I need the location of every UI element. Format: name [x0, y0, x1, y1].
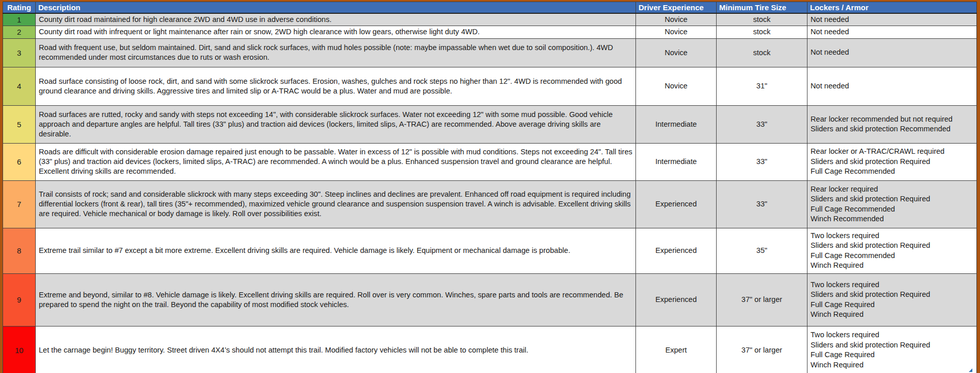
driver-experience-cell: Experienced	[636, 228, 717, 273]
lockers-armor-line: Sliders and skid protection Required	[811, 340, 973, 351]
rating-cell: 7	[3, 180, 36, 228]
lockers-armor-line: Sliders and skid protection Required	[811, 241, 973, 251]
lockers-armor-line: Two lockers required	[811, 231, 973, 241]
driver-experience-cell: Experienced	[636, 273, 717, 326]
description-cell: Roads are difficult with considerable er…	[36, 143, 636, 180]
driver-experience-cell: Novice	[636, 26, 717, 39]
rating-cell: 5	[3, 105, 36, 143]
rating-cell: 6	[3, 143, 36, 180]
trail-rating-table: Rating Description Driver Experience Min…	[3, 2, 977, 373]
driver-experience-cell: Expert	[636, 326, 717, 373]
rating-cell: 2	[3, 26, 36, 39]
table-row: 9Extreme and beyond, similar to #8. Vehi…	[3, 273, 977, 326]
tire-size-cell: stock	[717, 13, 807, 26]
rating-cell: 8	[3, 228, 36, 273]
driver-experience-cell: Experienced	[636, 180, 717, 228]
lockers-armor-line: Rear locker recommended but not required	[811, 114, 973, 125]
lockers-armor-line: Not needed	[811, 48, 973, 58]
table-row: 5Road surfaces are rutted, rocky and san…	[3, 105, 977, 143]
lockers-armor-cell: Rear locker or A-TRAC/CRAWL requiredSlid…	[807, 143, 977, 180]
driver-experience-cell: Intermediate	[636, 105, 717, 143]
header-lockers-armor: Lockers / Armor	[807, 2, 977, 13]
tire-size-cell: stock	[717, 38, 807, 67]
lockers-armor-line: Not needed	[811, 81, 973, 91]
cell-anchor-icon	[969, 368, 972, 372]
tire-size-cell: 33"	[717, 180, 807, 228]
lockers-armor-line: Winch Recommended	[811, 214, 973, 224]
lockers-armor-cell: Two lockers requiredSliders and skid pro…	[807, 273, 977, 326]
lockers-armor-cell: Not needed	[807, 38, 977, 67]
lockers-armor-line: Full Cage Required	[811, 350, 973, 360]
table-row: 1County dirt road maintained for high cl…	[3, 13, 977, 26]
lockers-armor-line: Winch Required	[811, 310, 973, 320]
driver-experience-cell: Novice	[636, 67, 717, 105]
tire-size-cell: 37" or larger	[717, 273, 807, 326]
description-cell: Extreme and beyond, similar to #8. Vehic…	[36, 273, 636, 326]
header-row: Rating Description Driver Experience Min…	[3, 2, 977, 13]
lockers-armor-cell: Two lockers requiredSliders and skid pro…	[807, 326, 977, 373]
lockers-armor-cell: Two lockers requiredSliders and skid pro…	[807, 228, 977, 273]
lockers-armor-line: Full Cage Recommended	[811, 167, 973, 177]
lockers-armor-line: Winch Required	[811, 261, 973, 271]
lockers-armor-line: Rear locker or A-TRAC/CRAWL required	[811, 147, 973, 157]
tire-size-cell: 33"	[717, 143, 807, 180]
rating-cell: 9	[3, 273, 36, 326]
driver-experience-cell: Novice	[636, 38, 717, 67]
lockers-armor-line: Full Cage Recommended	[811, 204, 973, 215]
lockers-armor-line: Full Cage Recommended	[811, 251, 973, 261]
description-cell: Road with frequent use, but seldom maint…	[36, 38, 636, 67]
header-driver-experience: Driver Experience	[636, 2, 717, 13]
header-rating: Rating	[3, 2, 36, 13]
lockers-armor-cell: Rear locker recommended but not required…	[807, 105, 977, 143]
description-cell: Road surfaces are rutted, rocky and sand…	[36, 105, 636, 143]
table-row: 8Extreme trail similar to #7 except a bi…	[3, 228, 977, 273]
rating-cell: 10	[3, 326, 36, 373]
lockers-armor-line: Rear locker required	[811, 184, 973, 195]
lockers-armor-cell: Not needed	[807, 13, 977, 26]
lockers-armor-cell: Not needed	[807, 26, 977, 39]
lockers-armor-line: Two lockers required	[811, 280, 973, 290]
table-row: 4Road surface consisting of loose rock, …	[3, 67, 977, 105]
tire-size-cell: 37" or larger	[717, 326, 807, 373]
lockers-armor-line: Not needed	[811, 15, 973, 25]
tire-size-cell: 31"	[717, 67, 807, 105]
lockers-armor-line: Winch Required	[811, 360, 973, 370]
table-header: Rating Description Driver Experience Min…	[3, 2, 977, 13]
lockers-armor-line: Sliders and skid protection Recommended	[811, 124, 973, 134]
lockers-armor-line: Two lockers required	[811, 330, 973, 340]
description-cell: County dirt road with infrequent or ligh…	[36, 26, 636, 39]
table-body: 1County dirt road maintained for high cl…	[3, 13, 977, 373]
description-cell: Trail consists of rock; sand and conside…	[36, 180, 636, 228]
table-row: 10Let the carnage begin! Buggy territory…	[3, 326, 977, 373]
rating-cell: 3	[3, 38, 36, 67]
lockers-armor-line: Not needed	[811, 27, 973, 37]
header-description: Description	[36, 2, 636, 13]
table-row: 7Trail consists of rock; sand and consid…	[3, 180, 977, 228]
description-cell: Extreme trail similar to #7 except a bit…	[36, 228, 636, 273]
lockers-armor-line: Sliders and skid protection Required	[811, 290, 973, 300]
header-minimum-tire-size: Minimum Tire Size	[717, 2, 807, 13]
driver-experience-cell: Novice	[636, 13, 717, 26]
rating-cell: 1	[3, 13, 36, 26]
table-row: 2County dirt road with infrequent or lig…	[3, 26, 977, 39]
tire-size-cell: 33"	[717, 105, 807, 143]
lockers-armor-line: Sliders and skid protection Required	[811, 157, 973, 167]
table-row: 3Road with frequent use, but seldom main…	[3, 38, 977, 67]
description-cell: County dirt road maintained for high cle…	[36, 13, 636, 26]
description-cell: Road surface consisting of loose rock, d…	[36, 67, 636, 105]
tire-size-cell: stock	[717, 26, 807, 39]
lockers-armor-cell: Rear locker requiredSliders and skid pro…	[807, 180, 977, 228]
tire-size-cell: 35"	[717, 228, 807, 273]
driver-experience-cell: Intermediate	[636, 143, 717, 180]
description-cell: Let the carnage begin! Buggy territory. …	[36, 326, 636, 373]
lockers-armor-cell: Not needed	[807, 67, 977, 105]
rating-cell: 4	[3, 67, 36, 105]
lockers-armor-line: Sliders and skid protection Required	[811, 194, 973, 204]
table-row: 6Roads are difficult with considerable e…	[3, 143, 977, 180]
lockers-armor-line: Full Cage Required	[811, 300, 973, 310]
trail-rating-table-frame: Rating Description Driver Experience Min…	[0, 0, 980, 373]
